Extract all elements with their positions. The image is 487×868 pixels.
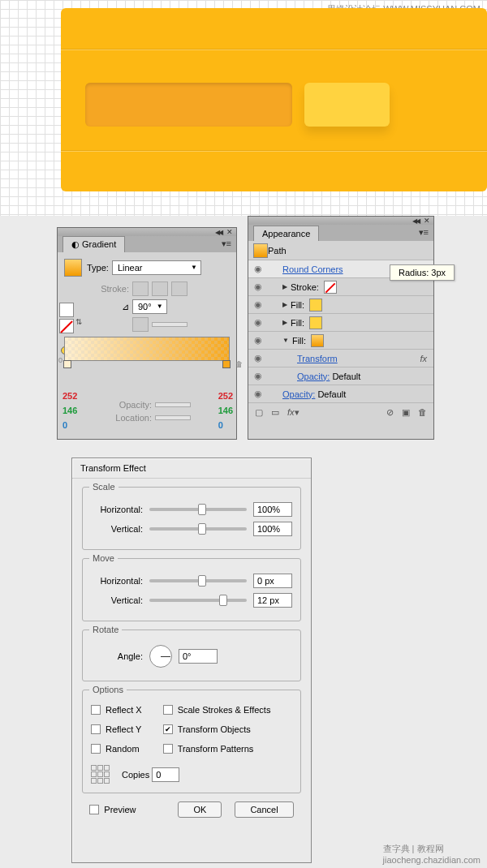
eye-icon[interactable]: ◉ (248, 371, 268, 381)
stroke-opt-2[interactable] (152, 281, 168, 296)
fill-opacity-row[interactable]: ◉ Opacity: Default (248, 367, 433, 385)
eye-icon[interactable]: ◉ (248, 281, 268, 292)
reflect-x-checkbox[interactable]: Reflect X (91, 705, 142, 715)
angle-dial[interactable] (149, 645, 172, 668)
fill-swatch[interactable] (311, 334, 324, 347)
color-stop-right[interactable] (222, 360, 231, 368)
transform-objects-checkbox[interactable]: ✔Transform Objects (163, 724, 271, 734)
panel-chrome[interactable]: ◀◀✕ (58, 228, 236, 236)
rotate-group: Rotate Angle: (82, 630, 301, 681)
panel-chrome[interactable]: ◀◀✕ (248, 217, 433, 225)
effect-transform[interactable]: ◉ Transform fx (248, 350, 433, 367)
fill-row-3[interactable]: ◉ ▼ Fill: (248, 332, 433, 350)
eye-icon[interactable]: ◉ (248, 317, 268, 328)
cancel-button[interactable]: Cancel (235, 801, 293, 818)
delete-stop-icon[interactable]: 🗑 (235, 360, 244, 368)
eye-icon[interactable]: ◉ (248, 264, 268, 274)
stroke-row[interactable]: ◉ ▶ Stroke: (248, 278, 433, 296)
scale-h-input[interactable] (253, 502, 292, 517)
ok-button[interactable]: OK (178, 801, 222, 818)
reflect-y-checkbox[interactable]: Reflect Y (91, 724, 142, 734)
gradient-swatch[interactable] (64, 259, 82, 277)
stroke-swatch[interactable] (324, 281, 337, 294)
duplicate-icon[interactable]: ▣ (402, 407, 410, 418)
anchor-9point[interactable] (91, 765, 110, 784)
gradient-ramp[interactable]: 🗑 (64, 337, 230, 361)
stroke-opt-1[interactable] (132, 281, 149, 296)
eye-icon[interactable]: ◉ (248, 353, 268, 363)
move-h-slider[interactable] (149, 579, 247, 582)
angle-icon: ⊿ (93, 302, 129, 312)
new-stroke-icon[interactable]: ▭ (271, 407, 279, 418)
raised-button (304, 83, 390, 127)
angle-input[interactable]: 90° (132, 299, 167, 314)
random-checkbox[interactable]: Random (91, 744, 142, 754)
move-h-input[interactable] (253, 574, 292, 588)
swap-icon[interactable]: ⇅ (75, 317, 82, 326)
gradient-tab[interactable]: ◐ Gradient (62, 236, 125, 252)
aspect-input (152, 322, 187, 327)
radio-icon: ◐ (71, 239, 80, 249)
object-row[interactable]: Path (248, 241, 433, 260)
orange-card (61, 8, 487, 191)
copies-input[interactable] (152, 767, 179, 782)
fill-row-2[interactable]: ◉ ▶ Fill: (248, 314, 433, 332)
fill-swatch[interactable] (309, 299, 322, 312)
new-art-icon[interactable]: ▢ (255, 407, 263, 418)
appearance-panel: ◀◀✕ Appearance ▾≡ Path ◉ Round Corners ◉… (248, 216, 434, 440)
fill-swatch[interactable] (309, 316, 322, 329)
scale-strokes-checkbox[interactable]: Scale Strokes & Effects (163, 705, 271, 715)
preview-checkbox[interactable]: Preview (89, 805, 136, 814)
appearance-footer: ▢ ▭ fx▾ ⊘ ▣ 🗑 (248, 403, 433, 421)
scale-group: Scale Horizontal: Vertical: (82, 487, 301, 550)
scale-v-slider[interactable] (149, 527, 247, 531)
object-thumb (253, 243, 268, 258)
transform-effect-dialog: Transform Effect Scale Horizontal: Verti… (71, 458, 312, 863)
transform-patterns-checkbox[interactable]: Transform Patterns (163, 744, 271, 754)
aspect-icon[interactable] (132, 317, 149, 332)
rgb-readout-left: 252 146 0 (62, 389, 77, 432)
move-group: Move Horizontal: Vertical: (82, 558, 301, 621)
panel-menu-icon[interactable]: ▾≡ (222, 238, 231, 249)
delete-icon[interactable]: 🗑 (418, 407, 427, 417)
fill-row-1[interactable]: ◉ ▶ Fill: (248, 296, 433, 314)
inset-field (85, 83, 292, 127)
stroke-swatch[interactable] (59, 319, 74, 333)
round-corners-tooltip: Radius: 3px (390, 264, 455, 281)
color-stop-left[interactable] (63, 360, 71, 368)
appearance-tab[interactable]: Appearance (253, 226, 319, 241)
mockup-canvas: 思缘设计论坛 WWW.MISSYUAN.COM (0, 0, 487, 216)
fx-menu-icon[interactable]: fx▾ (287, 407, 300, 418)
type-select[interactable]: Linear (112, 260, 201, 275)
fill-swatch[interactable] (59, 303, 74, 317)
eye-icon[interactable]: ◉ (248, 389, 268, 399)
angle-input[interactable] (179, 649, 218, 664)
eye-icon[interactable]: ◉ (248, 299, 268, 310)
scale-v-input[interactable] (253, 522, 292, 536)
opacity-input (155, 402, 191, 407)
options-group: Options Reflect X Reflect Y Random Scale… (82, 690, 301, 793)
type-label: Type: (87, 263, 109, 273)
dialog-title: Transform Effect (72, 458, 311, 479)
rgb-readout-right: 252 146 0 (218, 389, 233, 432)
move-v-input[interactable] (253, 593, 292, 608)
stroke-label: Stroke: (93, 284, 129, 294)
scale-h-slider[interactable] (149, 508, 247, 511)
eye-icon[interactable]: ◉ (248, 335, 268, 346)
clear-icon[interactable]: ⊘ (386, 407, 394, 418)
fx-icon: fx (420, 354, 427, 363)
gradient-panel: ◀◀✕ ◐ Gradient ▾≡ Type: Linear ⇅ Stroke: (57, 227, 237, 440)
object-opacity-row[interactable]: ◉ Opacity: Default (248, 385, 433, 403)
move-v-slider[interactable] (149, 599, 247, 602)
stroke-opt-3[interactable] (171, 281, 187, 296)
location-input (155, 415, 191, 420)
watermark-bottom: 查字典 | 教程网jiaocheng.chazidian.com (383, 843, 481, 865)
panel-menu-icon[interactable]: ▾≡ (419, 227, 429, 238)
